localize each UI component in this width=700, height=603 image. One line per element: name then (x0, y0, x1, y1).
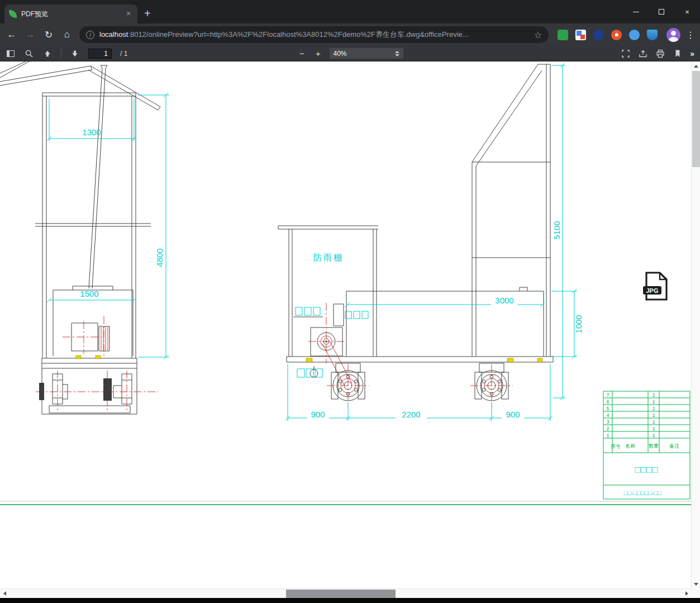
tb-row-no: 6 (606, 399, 609, 405)
horizontal-scrollbar[interactable] (0, 588, 691, 598)
browser-menu-button[interactable]: ⋮ (684, 30, 697, 40)
browser-tab[interactable]: PDF预览 × (4, 4, 137, 23)
translate-glyph2 (580, 35, 585, 39)
bookmark-star-icon[interactable]: ☆ (534, 30, 542, 40)
pdf-toolbar-right: » (621, 49, 694, 59)
zoom-select[interactable]: 40% (330, 48, 403, 59)
more-tools-button[interactable]: » (690, 49, 694, 58)
scroll-left-button[interactable] (0, 589, 9, 598)
search-icon[interactable] (24, 49, 34, 59)
tb-row-qty: 1 (652, 426, 655, 431)
translate-extension-icon[interactable] (575, 30, 586, 40)
tb-row-qty: 1 (652, 412, 655, 418)
tb-title-text: □□□□ (635, 464, 658, 475)
tb-row-no: 7 (606, 392, 609, 398)
jpg-file-icon: JPG (641, 271, 670, 302)
dim-tank-height: 1000 (574, 315, 583, 333)
viewer-main: 1300 4800 1500 防雨棚 (0, 61, 700, 588)
extension-icon[interactable] (558, 30, 568, 40)
address-bar[interactable]: i localhost:8012/onlinePreview?url=http%… (79, 26, 549, 43)
zoom-value: 40% (334, 50, 347, 58)
window-bottom-edge (0, 598, 700, 603)
vertical-scrollbar[interactable] (691, 61, 700, 588)
print-icon[interactable] (655, 49, 665, 59)
site-info-icon[interactable]: i (86, 31, 94, 39)
dim-front-height: 4800 (155, 248, 164, 267)
maximize-button[interactable] (649, 0, 674, 23)
dim-side-height: 5100 (552, 221, 561, 239)
tb-header-name: 名称 (625, 443, 635, 449)
tb-row-qty: 1 (652, 406, 655, 411)
tb-header-qty: 数量 (649, 443, 659, 449)
leaf-favicon-icon (9, 10, 17, 18)
dim-tank-width: 3000 (495, 296, 513, 305)
tab-close-icon[interactable]: × (124, 10, 133, 18)
tb-row-no: 2 (606, 426, 609, 431)
window-controls: × (623, 0, 700, 23)
home-button[interactable]: ⌂ (59, 26, 75, 43)
dim-left-overhang: 900 (311, 410, 325, 419)
forward-button[interactable]: → (22, 26, 39, 43)
extension-icon[interactable] (593, 30, 604, 40)
pdf-toolbar: / 1 − + 40% » (0, 46, 700, 61)
cad-drawing: 1300 4800 1500 防雨棚 (0, 61, 691, 588)
close-button[interactable]: × (674, 0, 700, 23)
zoom-in-button[interactable]: + (313, 49, 323, 58)
reload-button[interactable]: ↻ (40, 26, 57, 43)
tb-row-qty: 1 (652, 433, 655, 438)
page-up-button[interactable] (42, 49, 53, 59)
dim-front-width: 1300 (82, 127, 101, 137)
bookmark-icon[interactable] (673, 49, 683, 59)
pdf-page-canvas: 1300 4800 1500 防雨棚 (0, 61, 691, 588)
shield-extension-icon[interactable] (647, 30, 658, 40)
side-view: 防雨棚 (278, 63, 583, 421)
browser-titlebar: PDF预览 × + × (0, 0, 700, 23)
tb-row-qty: 1 (652, 399, 655, 405)
open-file-icon[interactable] (638, 49, 648, 59)
profile-avatar[interactable] (666, 28, 680, 42)
tb-header-note: 备注 (669, 443, 679, 449)
back-button[interactable]: ← (3, 26, 20, 43)
page-down-button[interactable] (70, 49, 80, 59)
tb-row-no: 3 (606, 419, 609, 425)
scrollbar-corner (691, 588, 700, 598)
canopy-label: 防雨棚 (313, 253, 344, 262)
toolbar-divider (61, 49, 61, 58)
zoom-out-button[interactable]: − (297, 49, 307, 58)
bottom-scroll-row (0, 588, 700, 598)
new-tab-button[interactable]: + (144, 8, 151, 19)
minimize-icon (633, 12, 639, 12)
tb-row-qty: 1 (652, 392, 655, 398)
scroll-up-button[interactable] (692, 61, 700, 70)
browser-navbar: ← → ↻ ⌂ i localhost:8012/onlinePreview?u… (0, 23, 700, 46)
extension-icon[interactable] (611, 30, 622, 40)
extension-icon[interactable] (629, 30, 640, 40)
tb-header-no: 序号 (611, 444, 621, 449)
tb-row-no: 1 (606, 433, 609, 438)
avatar-head (671, 31, 676, 36)
pdf-toolbar-center: − + 40% (297, 48, 403, 59)
minimize-button[interactable] (623, 0, 649, 23)
extensions-area (553, 30, 663, 40)
front-view: 1300 4800 1500 (0, 61, 169, 414)
presentation-mode-icon[interactable] (621, 49, 631, 59)
sidebar-toggle-button[interactable] (6, 49, 16, 59)
pdf-toolbar-left: / 1 (6, 49, 127, 59)
scroll-down-button[interactable] (692, 580, 700, 588)
avatar-torso (669, 37, 678, 42)
page-total-label: / 1 (120, 50, 127, 58)
horizontal-scroll-thumb[interactable] (286, 590, 396, 598)
page-number-input[interactable] (88, 49, 112, 59)
tb-row-no: 4 (606, 412, 609, 418)
url-text: localhost:8012/onlinePreview?url=http%3A… (99, 30, 529, 40)
url-rest: :8012/onlinePreview?url=http%3A%2F%2Floc… (128, 30, 468, 39)
scroll-right-button[interactable] (682, 589, 691, 598)
tb-row-qty: 1 (652, 419, 655, 425)
jpg-badge-text: JPG (646, 287, 658, 294)
dim-right-overhang: 900 (506, 410, 520, 419)
dim-wheelbase: 2200 (402, 410, 420, 419)
select-spinner-icon (395, 51, 399, 56)
dim-front-mid: 1500 (80, 289, 98, 298)
tab-title: PDF预览 (21, 10, 120, 19)
vertical-scroll-thumb[interactable] (692, 71, 700, 167)
